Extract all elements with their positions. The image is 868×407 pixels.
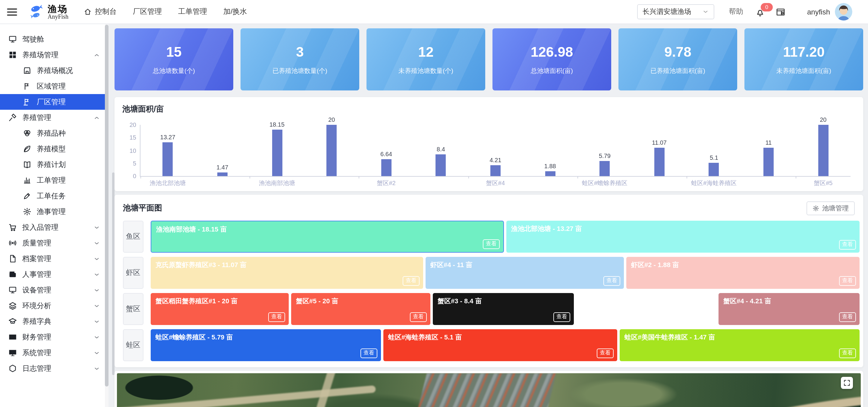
- pond-block-label: 虾区#2 - 1.88 亩: [631, 260, 679, 270]
- zone-label: 蟹区: [123, 293, 144, 325]
- pond-block[interactable]: 虾区#4 - 11 亩查看: [426, 257, 624, 289]
- pond-block[interactable]: 渔池南部池塘 - 18.15 亩查看: [151, 221, 504, 253]
- farm-selector[interactable]: 长兴泗安塘渔场: [637, 4, 714, 19]
- pond-block[interactable]: 克氏原螯虾养殖区#3 - 11.07 亩查看: [151, 257, 423, 289]
- sidebar-scrollbar-thumb[interactable]: [105, 25, 108, 386]
- chart-bar: [272, 130, 282, 176]
- view-button[interactable]: 查看: [839, 277, 856, 286]
- stat-value: 12: [418, 44, 433, 60]
- view-button[interactable]: 查看: [410, 313, 427, 322]
- sidebar-item-fishery-mgmt[interactable]: 渔事管理: [0, 204, 108, 219]
- view-button[interactable]: 查看: [268, 313, 285, 322]
- sidebar-item-finance-mgmt[interactable]: 财务管理: [0, 329, 108, 345]
- sidebar-item-breed-plan[interactable]: 养殖计划: [0, 157, 108, 173]
- pond-block-label: 蟹区稻田蟹养殖区#1 - 20 亩: [156, 296, 238, 306]
- nav-item-label: 控制台: [95, 7, 117, 17]
- view-button[interactable]: 查看: [597, 349, 614, 358]
- sidebar-item-workorder-mgmt[interactable]: 工单管理: [0, 173, 108, 188]
- sidebar-item-input-mgmt[interactable]: 投入品管理: [0, 219, 108, 235]
- view-button[interactable]: 查看: [403, 277, 420, 286]
- sidebar-item-label: 质量管理: [22, 238, 51, 248]
- sidebar-item-device-mgmt[interactable]: 设备管理: [0, 282, 108, 298]
- sidebar-item-breed-dict[interactable]: 养殖字典: [0, 314, 108, 329]
- sidebar-item-label: 系统管理: [22, 348, 51, 358]
- layout-settings-icon[interactable]: [776, 7, 785, 17]
- stat-label: 已养殖池塘面积(亩): [650, 67, 705, 75]
- view-button[interactable]: 查看: [839, 349, 856, 358]
- flag-pole-icon: [23, 98, 31, 106]
- pond-block[interactable]: 蟹区#4 - 4.21 亩查看: [718, 293, 860, 325]
- view-button[interactable]: 查看: [483, 240, 500, 249]
- chart-bar: [654, 148, 664, 176]
- layers-icon: [8, 302, 17, 310]
- pond-zone-row: 蛙区蛙区#蟾蜍养殖区 - 5.79 亩查看蛙区#海蛙养殖区 - 5.1 亩查看蛙…: [123, 329, 860, 361]
- map-road: [117, 385, 376, 407]
- pond-blocks: 克氏原螯虾养殖区#3 - 11.07 亩查看虾区#4 - 11 亩查看虾区#2 …: [151, 257, 860, 289]
- chart-bar-value-label: 20: [820, 116, 827, 123]
- chart-category-slot: 4.21蟹区#4: [468, 125, 523, 176]
- sidebar-item-breed-model[interactable]: 养殖模型: [0, 141, 108, 157]
- view-button[interactable]: 查看: [553, 313, 570, 322]
- pond-plan-title: 池塘平面图: [123, 202, 162, 214]
- view-button[interactable]: 查看: [839, 313, 856, 322]
- chart-bar: [709, 163, 719, 176]
- sidebar-item-plant-mgmt[interactable]: 厂区管理: [0, 94, 108, 110]
- pond-manage-button[interactable]: 池塘管理: [807, 201, 855, 215]
- hamburger-menu-icon[interactable]: [6, 6, 18, 18]
- pond-block[interactable]: 蛙区#蟾蜍养殖区 - 5.79 亩查看: [151, 329, 381, 361]
- main-content: 15总池塘数量(个)3已养殖池塘数量(个)12未养殖池塘数量(个)126.98总…: [108, 24, 868, 407]
- x-axis-tick-label: 渔池南部池塘: [259, 179, 295, 188]
- pond-block[interactable]: 蛙区#海蛙养殖区 - 5.1 亩查看: [383, 329, 617, 361]
- flag-icon: [23, 82, 31, 90]
- pond-block[interactable]: 蟹区稻田蟹养殖区#1 - 20 亩查看: [151, 293, 289, 325]
- pen-icon: [23, 192, 31, 200]
- wallet-icon: [8, 270, 17, 279]
- sidebar-item-breed-species[interactable]: 养殖品种: [0, 125, 108, 141]
- help-link[interactable]: 帮助: [729, 7, 743, 17]
- pond-block[interactable]: 蛙区#美国牛蛙养殖区 - 1.47 亩查看: [620, 329, 860, 361]
- pond-block[interactable]: 虾区#2 - 1.88 亩查看: [626, 257, 860, 289]
- chevron-down-icon: [93, 365, 100, 372]
- nav-item-water-exchange[interactable]: 加/换水: [223, 7, 247, 17]
- nav-item-factory-mgmt[interactable]: 厂区管理: [133, 7, 162, 17]
- sidebar-item-workorder-task[interactable]: 工单任务: [0, 188, 108, 204]
- sidebar-item-cockpit[interactable]: 驾驶舱: [0, 31, 108, 47]
- stat-card: 126.98总池塘面积(亩): [493, 28, 611, 90]
- pond-zone-row: 鱼区渔池南部池塘 - 18.15 亩查看渔池北部池塘 - 13.27 亩查看: [123, 221, 860, 253]
- satellite-map[interactable]: [117, 373, 861, 407]
- x-axis-tick-label: 蟹区#4: [486, 179, 505, 188]
- username[interactable]: anyfish: [807, 7, 830, 16]
- sidebar-item-hr-mgmt[interactable]: 人事管理: [0, 267, 108, 282]
- app-logo[interactable]: 渔场 AnyFish: [28, 4, 68, 20]
- pond-block[interactable]: 蟹区#5 - 20 亩查看: [291, 293, 430, 325]
- notifications-button[interactable]: 0: [755, 7, 765, 17]
- chevron-down-icon: [93, 224, 100, 231]
- sidebar-item-quality-mgmt[interactable]: 质量管理: [0, 235, 108, 251]
- pond-block[interactable]: 蟹区#3 - 8.4 亩查看: [433, 293, 574, 325]
- sidebar-item-farm-overview[interactable]: 养殖场概况: [0, 63, 108, 79]
- sidebar-item-system-mgmt[interactable]: 系统管理: [0, 345, 108, 361]
- monitor-fill-icon: [8, 348, 17, 357]
- view-button[interactable]: 查看: [361, 349, 377, 358]
- user-avatar[interactable]: [835, 3, 852, 21]
- pond-block[interactable]: 渔池北部池塘 - 13.27 亩查看: [506, 221, 860, 253]
- chevron-down-icon: [93, 318, 100, 325]
- sidebar-item-env-analysis[interactable]: 环境分析: [0, 298, 108, 314]
- pond-area-chart-panel: 池塘面积/亩 0510152013.27渔池北部池塘1.4718.15渔池南部池…: [115, 97, 863, 191]
- view-button[interactable]: 查看: [603, 277, 620, 286]
- sidebar-item-log-mgmt[interactable]: 日志管理: [0, 361, 108, 376]
- view-button[interactable]: 查看: [839, 240, 856, 250]
- sidebar-item-region-mgmt[interactable]: 区域管理: [0, 79, 108, 94]
- sidebar-item-farm-mgmt[interactable]: 养殖场管理: [0, 47, 108, 63]
- stat-card: 3已养殖池塘数量(个): [241, 28, 359, 90]
- nav-item-workorder[interactable]: 工单管理: [178, 7, 207, 17]
- sidebar-item-breeding-mgmt[interactable]: 养殖管理: [0, 110, 108, 125]
- map-fullscreen-button[interactable]: [841, 377, 853, 389]
- nav-item-console[interactable]: 控制台: [84, 7, 117, 17]
- sidebar-item-label: 养殖计划: [37, 159, 66, 170]
- chart-category-slot: 18.15渔池南部池塘: [250, 125, 304, 176]
- sidebar-item-archive-mgmt[interactable]: 档案管理: [0, 251, 108, 267]
- map-village: [410, 373, 556, 407]
- chevron-down-icon: [93, 287, 100, 293]
- content-scrollbar-thumb[interactable]: [112, 173, 115, 375]
